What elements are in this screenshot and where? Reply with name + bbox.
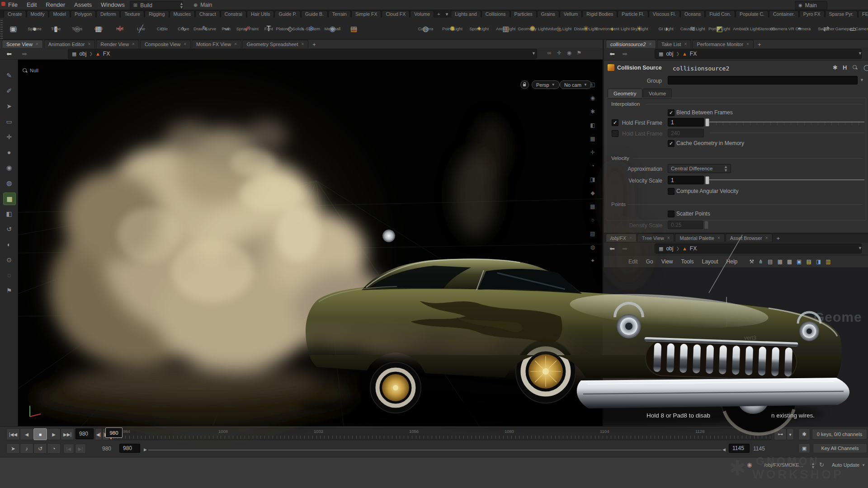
help-circle-icon[interactable]: ◯ (863, 64, 868, 71)
camera-select-button[interactable]: No cam ▼ (560, 80, 592, 89)
tab-motion-fx-view[interactable]: Motion FX View× (192, 40, 241, 48)
node-rt3-label[interactable]: rt3 (642, 306, 648, 312)
shelf-tool-volume-light[interactable]: ♨Volume Light (546, 18, 572, 39)
shelf-tab-fluid-con-[interactable]: Fluid Con. (705, 10, 735, 18)
range-handle-right[interactable]: ◀ (722, 447, 726, 452)
play-button[interactable]: ▶ (47, 428, 61, 440)
hierarchy-icon[interactable]: ⋔ (759, 258, 763, 265)
panel-icon[interactable]: ◨ (588, 174, 598, 184)
compute-angular-velocity-checkbox[interactable] (668, 188, 675, 195)
shelf-tool-geometry-light[interactable]: ✺Geometry Light (519, 18, 546, 39)
close-icon[interactable]: × (88, 42, 90, 47)
visibility-icon[interactable]: ◉ (588, 93, 598, 103)
take-select[interactable]: ◉ Main (795, 1, 827, 9)
tools-icon[interactable]: ⚒ (749, 258, 754, 265)
gear-icon[interactable]: ✱ (833, 64, 838, 71)
range-start-field[interactable]: 980 (119, 444, 140, 453)
cache-path-spinner[interactable]: ▲▼ (811, 462, 815, 469)
loop-icon[interactable]: ↺ (33, 443, 47, 454)
hold-first-frame-input[interactable]: 1 (668, 118, 704, 127)
shelf-tool-stereo-camera[interactable]: ∞Stereo Camera (760, 18, 786, 39)
list-icon[interactable]: ▤ (588, 229, 598, 239)
menu-edit[interactable]: Edit (27, 1, 37, 8)
jump-end-button[interactable]: ▶▶| (61, 428, 74, 440)
target-icon[interactable]: ⊙ (3, 254, 15, 266)
search-icon[interactable] (853, 64, 857, 71)
tab--obj-fx[interactable]: /obj/FX× (606, 234, 637, 242)
sphere-icon[interactable]: ◍ (588, 242, 598, 252)
move-tool-icon[interactable]: ✛ (3, 131, 15, 143)
velocity-scale-slider-handle[interactable] (705, 176, 709, 184)
hold-last-frame-enable[interactable] (612, 130, 618, 137)
shelf-tool-environment-light[interactable]: ◐Environment Light (599, 18, 626, 39)
shelf-tab-fem[interactable]: FEM (858, 10, 868, 18)
group-input[interactable] (668, 76, 858, 84)
note-icon[interactable]: ▤ (806, 258, 811, 265)
range-handle-left[interactable]: ▶ (144, 447, 147, 452)
node-blast5-label[interactable]: blast5 (740, 308, 755, 314)
density-scale-input[interactable]: 0.25 (668, 221, 703, 229)
range-slider-left-button[interactable]: |◀ (63, 444, 74, 454)
split-view-icon[interactable]: ◧ (588, 120, 598, 130)
shelf-tab-pyro-fx[interactable]: Pyro FX (799, 10, 825, 18)
shelf-tool-point-light[interactable]: ✹Point Light (439, 18, 466, 39)
pen-tool-icon[interactable]: ✎ (3, 70, 15, 81)
pane-splitter-vertical[interactable] (603, 40, 604, 457)
new-tab-button[interactable]: + (774, 235, 783, 242)
expand-view-icon[interactable]: ◱ (588, 80, 598, 89)
shelf-tab-deform[interactable]: Deform (96, 10, 120, 18)
step-back-button[interactable]: ◀| (95, 428, 102, 440)
network-canvas[interactable]: Geome Edition blast5 out: G-4 rt3 vert3 … (604, 268, 868, 426)
breadcrumb-node[interactable]: FX (690, 245, 697, 252)
density-scale-slider-handle[interactable] (704, 221, 708, 229)
ghost-icon[interactable]: ◌ (3, 269, 15, 281)
crosshair-icon[interactable]: ✛ (588, 147, 598, 157)
shelf-tab-viscous-fl-[interactable]: Viscous Fl. (649, 10, 680, 18)
shelf-tab-simple-fx[interactable]: Simple FX (351, 10, 381, 18)
breadcrumb-node[interactable]: FX (103, 51, 110, 57)
hold-last-frame-input[interactable]: 240 (668, 129, 704, 137)
forward-arrow-icon[interactable]: ➡ (619, 244, 630, 253)
tab-material-palette[interactable]: Material Palette× (675, 234, 724, 242)
pane-splitter-horizontal[interactable] (604, 233, 868, 234)
close-icon[interactable]: × (234, 42, 237, 47)
shelf-tool-gi-light[interactable]: ◑GI Light (653, 18, 679, 39)
scatter-points-checkbox[interactable] (668, 211, 675, 217)
menu-file[interactable]: File (8, 1, 18, 8)
cache-geometry-checkbox[interactable]: ✓ (668, 140, 675, 147)
network-menu-help[interactable]: Help (726, 258, 738, 265)
close-icon[interactable]: × (765, 235, 768, 240)
dense-grid-icon[interactable]: ▩ (588, 202, 598, 211)
network-menu-edit[interactable]: Edit (628, 258, 638, 265)
shelf-tab-oceans[interactable]: Oceans (680, 10, 705, 18)
houdini-logo-icon[interactable]: H (843, 64, 847, 71)
shelf-tool-caustic-light[interactable]: ≋Caustic Light (679, 18, 706, 39)
shelf-tab-container-[interactable]: Container. (769, 10, 799, 18)
flag-icon[interactable]: ⚑ (574, 50, 584, 56)
grid-icon[interactable]: ▦ (777, 258, 782, 265)
shelf-tab-model[interactable]: Model (49, 10, 70, 18)
snap-grid-icon[interactable]: ◧ (3, 208, 15, 220)
keyframe-settings-button[interactable]: ✱ (798, 428, 810, 440)
grid-toggle-icon[interactable]: ▦ (588, 134, 598, 144)
velocity-scale-input[interactable]: 1 (668, 176, 704, 184)
shelf-tab-particles[interactable]: Particles (510, 10, 537, 18)
sphere-handle-icon[interactable]: ● (3, 146, 15, 158)
breadcrumb-root[interactable]: obj (666, 245, 673, 252)
key-options-button[interactable]: ▾ (787, 428, 794, 440)
shelf-tool-torus[interactable]: ◎Torus (66, 18, 88, 39)
shelf-tab-volume[interactable]: Volume (410, 10, 434, 18)
shelf-tab-terrain[interactable]: Terrain (328, 10, 351, 18)
shelf-tab-charact[interactable]: Charact (195, 10, 220, 18)
shelf-tab-populate-c-[interactable]: Populate C. (736, 10, 769, 18)
current-frame-field[interactable]: 980 (75, 428, 94, 439)
close-icon[interactable]: × (301, 42, 304, 47)
path-dropdown-icon[interactable]: ▼ (858, 51, 862, 56)
network-menu-go[interactable]: Go (646, 258, 653, 265)
shelfset-select[interactable]: ⊕ Main (193, 2, 212, 8)
shelf-tab-muscles[interactable]: Muscles (170, 10, 195, 18)
set-key-button[interactable]: ⊶ (774, 428, 787, 440)
update-mode-select[interactable]: Auto Update (832, 462, 859, 468)
shade-half-icon[interactable]: ◐ (3, 239, 15, 250)
desktop-spinner[interactable]: ▲▼ (179, 2, 184, 9)
